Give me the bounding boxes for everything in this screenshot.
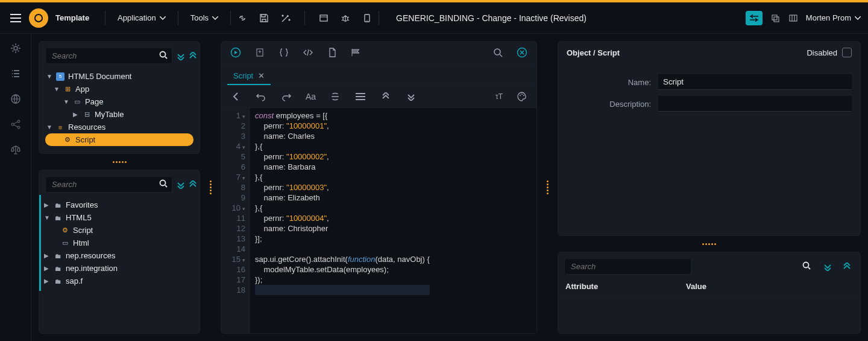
export-icon[interactable]: [254, 46, 266, 59]
gear-icon[interactable]: [10, 42, 22, 54]
tree-node-page[interactable]: ▼▭Page: [45, 95, 193, 108]
braces-icon[interactable]: [278, 46, 290, 59]
svg-rect-4: [772, 15, 777, 20]
bug-icon[interactable]: [340, 13, 351, 24]
attributes-panel: Attribute Value: [558, 252, 861, 334]
flag-icon[interactable]: [350, 46, 362, 59]
tools-dropdown[interactable]: Tools: [184, 10, 224, 26]
run-icon[interactable]: [230, 46, 242, 59]
object-properties-panel: Object / Script Disabled Name: Descripti…: [558, 41, 861, 236]
panel-title: Object / Script: [567, 48, 620, 57]
horizontal-splitter[interactable]: [558, 241, 861, 247]
script-icon: ⚙: [61, 226, 69, 235]
tree-node-html5-script[interactable]: ▶⚙Script: [43, 224, 193, 237]
window-icon[interactable]: [318, 13, 329, 24]
tablet-icon[interactable]: [362, 13, 373, 24]
panels-icon[interactable]: [788, 13, 799, 24]
share-icon[interactable]: [10, 118, 22, 130]
hamburger-menu[interactable]: [7, 10, 24, 27]
svg-point-18: [520, 95, 521, 96]
svg-point-19: [521, 94, 523, 95]
description-input[interactable]: [658, 96, 852, 112]
application-dropdown[interactable]: Application: [112, 10, 172, 26]
svg-point-13: [160, 180, 166, 186]
activity-bar: [0, 34, 31, 341]
app-logo: [29, 8, 48, 28]
copy-icon[interactable]: [770, 13, 781, 24]
user-name: Morten Prom: [806, 13, 851, 22]
expand-all-button[interactable]: [820, 260, 835, 274]
expand-all-button[interactable]: [177, 177, 184, 192]
search-icon[interactable]: [492, 46, 504, 59]
tree-node-nep-integration[interactable]: ▶🖿nep.integration: [43, 262, 193, 275]
font-icon[interactable]: Aa: [306, 91, 316, 103]
name-field-label: Name:: [567, 78, 651, 87]
undo-icon[interactable]: [255, 91, 267, 103]
editor-tab-script[interactable]: Script ✕: [227, 68, 271, 85]
resources-icon: ≡: [56, 123, 64, 132]
menu-icon[interactable]: [354, 91, 366, 103]
back-icon[interactable]: [230, 91, 242, 103]
page-icon: ▭: [73, 98, 81, 106]
vertical-splitter[interactable]: [544, 41, 550, 334]
strikethrough-icon[interactable]: [329, 91, 341, 103]
svg-point-3: [366, 20, 367, 21]
globe-icon[interactable]: [10, 93, 22, 105]
tree-node-nep-resources[interactable]: ▶🖿nep.resources: [43, 249, 193, 262]
disabled-label: Disabled: [807, 48, 837, 57]
user-dropdown[interactable]: Morten Prom: [806, 13, 861, 22]
chevron-down-icon: [855, 16, 861, 20]
search-icon: [159, 51, 168, 59]
tree-node-sap-f[interactable]: ▶🖿sap.f: [43, 275, 193, 287]
tree-node-html5-html[interactable]: ▶▭Html: [43, 237, 193, 249]
collapse-all-button[interactable]: [189, 49, 197, 63]
svg-rect-0: [320, 15, 327, 21]
list-icon[interactable]: [10, 68, 22, 80]
tree-node-app[interactable]: ▼⊞App: [45, 83, 193, 95]
layout-toggle-button[interactable]: [746, 11, 763, 25]
tab-label: Script: [233, 71, 253, 80]
vertical-splitter[interactable]: [207, 41, 213, 334]
disabled-checkbox[interactable]: [842, 48, 852, 57]
tree-node-document[interactable]: ▼5HTML5 Document: [45, 70, 193, 83]
save-icon[interactable]: [259, 13, 269, 24]
tree-node-html5[interactable]: ▼🖿HTML5: [43, 211, 193, 224]
tree-node-favorites[interactable]: ▶🖿Favorites: [43, 199, 193, 211]
app-icon: ⊞: [63, 85, 72, 94]
tree-node-mytable[interactable]: ▶⊟MyTable: [45, 108, 193, 121]
name-input[interactable]: [658, 74, 852, 90]
column-value: Value: [686, 282, 853, 291]
expand-all-button[interactable]: [177, 49, 184, 63]
attribute-table-header: Attribute Value: [562, 277, 857, 296]
text-size-icon[interactable]: τT: [495, 91, 503, 103]
collapse-all-button[interactable]: [840, 260, 854, 274]
collapse-all-button[interactable]: [189, 177, 197, 192]
document-icon[interactable]: [326, 46, 338, 59]
link-icon[interactable]: [237, 13, 248, 24]
html-icon: ▭: [61, 239, 69, 247]
chevron-down-icon: [160, 16, 166, 20]
expand-icon[interactable]: [405, 91, 417, 103]
folder-icon: 🖿: [54, 252, 62, 260]
close-circle-icon[interactable]: [516, 46, 528, 59]
svg-point-7: [14, 46, 17, 50]
svg-point-10: [17, 120, 20, 123]
palette-icon[interactable]: [516, 91, 528, 103]
tree-node-resources[interactable]: ▼≡Resources: [45, 121, 193, 133]
code-editor[interactable]: 1▾234▾567▾8910▾1112131415▾161718 const e…: [221, 108, 536, 333]
close-icon[interactable]: ✕: [258, 71, 265, 80]
tree-node-script[interactable]: ▶⚙Script: [45, 133, 193, 146]
redo-icon[interactable]: [280, 91, 292, 103]
svg-point-9: [11, 123, 14, 126]
code-icon[interactable]: [302, 46, 314, 59]
scales-icon[interactable]: [10, 144, 22, 156]
code-editor-panel: Script ✕ Aa τT: [221, 41, 537, 334]
magic-icon[interactable]: [280, 13, 291, 24]
collapse-icon[interactable]: [380, 91, 392, 103]
project-search-input[interactable]: [45, 48, 172, 64]
chevron-down-icon: [212, 16, 218, 20]
attribute-search-input[interactable]: [564, 258, 691, 275]
horizontal-splitter[interactable]: [39, 159, 200, 165]
library-search-input[interactable]: [45, 176, 172, 193]
script-icon: ⚙: [63, 136, 72, 144]
